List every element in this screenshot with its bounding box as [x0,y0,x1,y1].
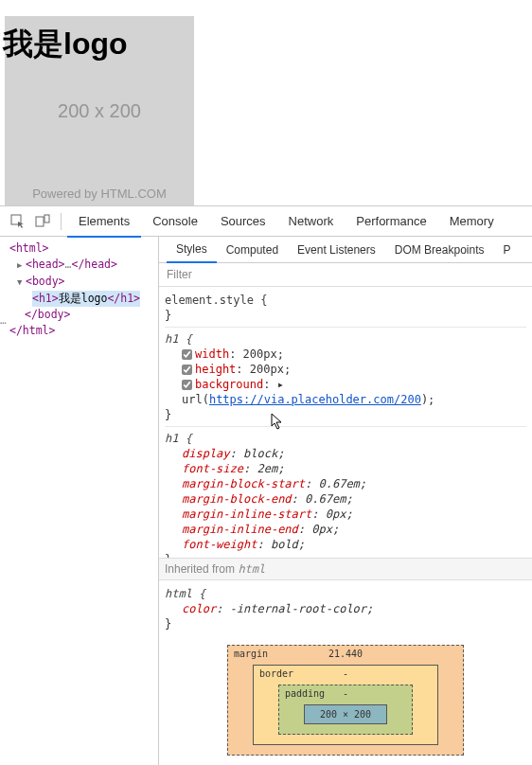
devtools-main-tabs: Elements Console Sources Network Perform… [0,206,532,237]
inspect-icon[interactable] [10,214,26,229]
subtab-event-listeners[interactable]: Event Listeners [288,238,385,262]
dom-html-close[interactable]: </html> [9,324,55,337]
svg-rect-2 [44,215,49,222]
rule-h1-author[interactable]: h1 { width: 200px; height: 200px; backgr… [165,328,526,427]
rule-element-style[interactable]: element.style { } [165,289,526,328]
filter-input[interactable]: Filter [159,263,532,287]
svg-rect-1 [36,217,44,226]
dom-head[interactable]: <head> [26,258,65,271]
prop-height-checkbox[interactable] [182,365,192,375]
dom-html[interactable]: <html> [9,241,49,255]
bm-margin-top[interactable]: 21.440 [328,649,363,659]
bm-padding-label: padding [285,688,325,699]
bm-padding-top[interactable]: - [343,688,348,699]
tab-performance[interactable]: Performance [345,206,437,236]
dom-selected-h1[interactable]: <h1>我是logo</h1> [32,291,140,307]
bm-content[interactable]: 200 × 200 [304,704,387,724]
styles-subtabs: Styles Computed Event Listeners DOM Brea… [159,237,532,263]
device-toggle-icon[interactable] [35,214,50,229]
powered-text: Powered by HTML.COM [32,187,167,201]
box-model[interactable]: margin 21.440 border - padding - 200 × 2… [159,635,532,765]
subtab-computed[interactable]: Computed [217,238,288,262]
bm-margin-label: margin [234,649,268,659]
rule-html-ua[interactable]: html { color: -internal-root-color; } [165,582,526,635]
dom-body-close[interactable]: </body> [25,308,70,321]
dom-tree[interactable]: … <html> ▶<head>…</head> ▼<body> <h1>我是l… [0,237,159,765]
subtab-dom-breakpoints[interactable]: DOM Breakpoints [385,238,494,262]
inherited-header: Inherited from html [159,558,532,580]
dim-text: 200 x 200 [58,100,141,122]
dom-body[interactable]: <body> [26,275,65,288]
page-preview: 200 x 200 Powered by HTML.COM 我是logo [0,0,532,206]
h1-preview: 我是logo [3,24,128,65]
tab-elements[interactable]: Elements [67,206,141,238]
bm-border-top[interactable]: - [343,668,348,679]
tab-console[interactable]: Console [141,206,209,236]
bm-border-label: border [259,668,293,679]
subtab-more[interactable]: P [493,238,520,262]
prop-width-checkbox[interactable] [182,349,192,360]
prop-background-checkbox[interactable] [182,380,192,390]
tab-sources[interactable]: Sources [209,206,277,236]
styles-panel: Styles Computed Event Listeners DOM Brea… [159,237,532,765]
bg-url-link[interactable]: https://via.placeholder.com/200 [209,393,421,406]
tab-memory[interactable]: Memory [438,206,505,236]
tab-network[interactable]: Network [277,206,346,236]
rule-h1-ua[interactable]: h1 { display: block; font-size: 2em; mar… [165,427,526,558]
subtab-styles[interactable]: Styles [167,237,217,263]
